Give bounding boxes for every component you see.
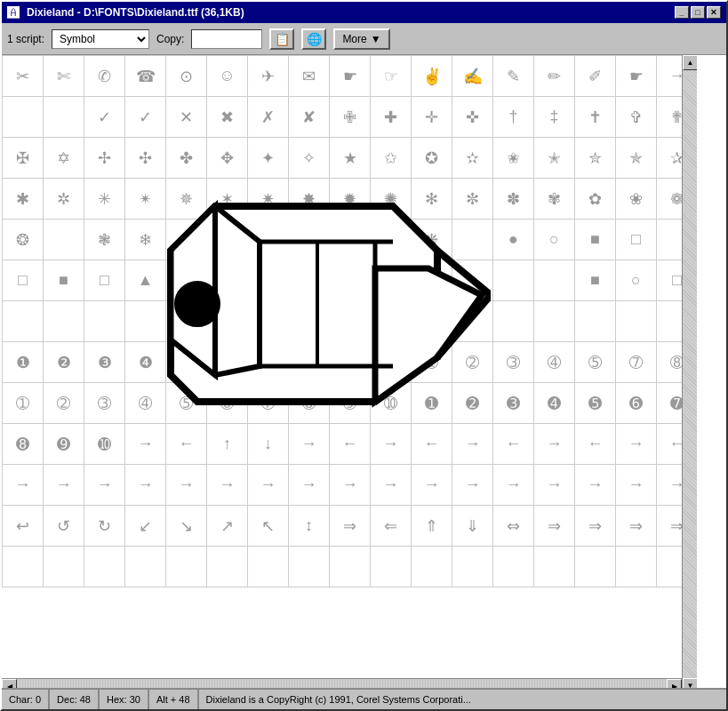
grid-cell[interactable]: ✐ [575, 56, 616, 97]
grid-cell[interactable]: ↺ [44, 506, 84, 547]
grid-cell[interactable]: ❂ [3, 220, 44, 260]
grid-cell[interactable]: ✉ [289, 56, 330, 97]
grid-cell[interactable]: ➒ [44, 424, 84, 465]
scroll-down-button[interactable]: ▼ [683, 678, 697, 688]
grid-cell[interactable]: ✣ [125, 138, 166, 179]
grid-cell[interactable]: ↑ [207, 424, 248, 465]
grid-cell[interactable] [3, 97, 44, 138]
copy-button[interactable]: 📋 [269, 28, 294, 50]
grid-cell[interactable]: ❼ [248, 342, 289, 383]
grid-cell[interactable]: ➍ [534, 383, 575, 424]
grid-cell[interactable] [84, 547, 125, 587]
close-button[interactable]: ✕ [707, 6, 721, 19]
grid-cell[interactable]: ✾ [534, 179, 575, 220]
grid-cell[interactable] [616, 301, 657, 342]
horizontal-scrollbar[interactable]: ◀ ▶ [2, 678, 682, 688]
grid-cell[interactable]: ← [166, 424, 207, 465]
grid-cell[interactable]: ❆ [207, 220, 248, 260]
grid-cell[interactable]: ❝ [371, 260, 412, 301]
grid-cell[interactable]: ✖ [207, 97, 248, 138]
grid-cell[interactable]: → [289, 465, 330, 506]
grid-cell[interactable]: □ [616, 220, 657, 260]
grid-cell[interactable]: ➁ [452, 342, 493, 383]
grid-cell[interactable]: † [493, 97, 534, 138]
grid-cell[interactable]: ✴ [125, 179, 166, 220]
vertical-scrollbar[interactable]: ▲ ▼ [682, 55, 697, 688]
grid-cell[interactable] [493, 547, 534, 587]
grid-cell[interactable] [330, 547, 371, 587]
grid-cell[interactable]: ✛ [412, 97, 452, 138]
grid-cell[interactable]: ☞ [371, 56, 412, 97]
more-button[interactable]: More ▼ [333, 28, 389, 50]
grid-cell[interactable]: ❸ [84, 342, 125, 383]
grid-cell[interactable]: ‡ [534, 97, 575, 138]
grid-cell[interactable]: ← [575, 424, 616, 465]
grid-cell[interactable]: ❹ [125, 342, 166, 383]
grid-cell[interactable]: ✽ [493, 179, 534, 220]
grid-cell[interactable]: ✙ [330, 97, 371, 138]
grid-cell[interactable]: ✭ [534, 138, 575, 179]
grid-cell[interactable]: ⇓ [452, 506, 493, 547]
grid-cell[interactable]: ✌ [412, 56, 452, 97]
grid-cell[interactable]: □ [3, 260, 44, 301]
grid-cell[interactable]: → [371, 465, 412, 506]
grid-cell[interactable]: ➆ [248, 383, 289, 424]
grid-cell[interactable]: ☎ [125, 56, 166, 97]
grid-cell[interactable]: ➀ [412, 342, 452, 383]
grid-cell[interactable]: ✠ [3, 138, 44, 179]
grid-cell[interactable]: ✸ [289, 179, 330, 220]
grid-cell[interactable]: ✼ [452, 179, 493, 220]
grid-cell[interactable]: → [3, 465, 44, 506]
grid-cell[interactable] [289, 260, 330, 301]
grid-cell[interactable]: ➀ [3, 383, 44, 424]
grid-cell[interactable]: ✬ [493, 138, 534, 179]
grid-cell[interactable]: ■ [575, 220, 616, 260]
grid-cell[interactable]: ❃ [84, 220, 125, 260]
grid-cell[interactable]: ➅ [207, 383, 248, 424]
grid-cell[interactable]: ➄ [575, 342, 616, 383]
minimize-button[interactable]: _ [675, 6, 689, 19]
grid-cell[interactable]: → [575, 465, 616, 506]
grid-cell[interactable]: ❾ [330, 342, 371, 383]
grid-cell[interactable]: ❶ [3, 342, 44, 383]
grid-cell[interactable]: → [412, 465, 452, 506]
grid-cell[interactable]: ✢ [84, 138, 125, 179]
grid-cell[interactable] [534, 260, 575, 301]
grid-cell[interactable]: → [452, 465, 493, 506]
grid-cell[interactable]: ✎ [493, 56, 534, 97]
grid-cell[interactable]: ➏ [616, 383, 657, 424]
grid-cell[interactable]: ↖ [248, 506, 289, 547]
grid-cell[interactable]: ✪ [412, 138, 452, 179]
grid-cell[interactable]: ↻ [84, 506, 125, 547]
grid-cell[interactable] [534, 547, 575, 587]
grid-cell[interactable]: ● [493, 220, 534, 260]
grid-cell[interactable]: ✍ [452, 56, 493, 97]
grid-cell[interactable]: ✚ [371, 97, 412, 138]
grid-cell[interactable]: ✮ [575, 138, 616, 179]
grid-cell[interactable]: ❄ [125, 220, 166, 260]
grid-cell[interactable]: ✘ [289, 97, 330, 138]
grid-cell[interactable]: ❅ [166, 220, 207, 260]
grid-cell[interactable]: ❇ [248, 220, 289, 260]
grid-cell[interactable]: ▼ [166, 260, 207, 301]
grid-cell[interactable]: ✱ [3, 179, 44, 220]
grid-cell[interactable]: ✡ [44, 138, 84, 179]
grid-cell[interactable]: ➄ [166, 383, 207, 424]
grid-cell[interactable]: ❈ [289, 220, 330, 260]
grid-cell[interactable]: ✧ [289, 138, 330, 179]
grid-cell[interactable] [125, 547, 166, 587]
maximize-button[interactable]: □ [691, 6, 705, 19]
scroll-right-button[interactable]: ▶ [667, 679, 682, 688]
grid-cell[interactable]: → [493, 465, 534, 506]
scroll-up-button[interactable]: ▲ [683, 55, 697, 70]
grid-cell[interactable]: ➌ [493, 383, 534, 424]
grid-cell[interactable]: ⇔ [493, 506, 534, 547]
grid-cell[interactable] [289, 301, 330, 342]
grid-cell[interactable]: ✯ [616, 138, 657, 179]
grid-cell[interactable]: ✵ [166, 179, 207, 220]
grid-cell[interactable]: ⇑ [412, 506, 452, 547]
grid-cell[interactable]: ⇒ [534, 506, 575, 547]
grid-cell[interactable]: ✦ [248, 138, 289, 179]
grid-cell[interactable] [575, 547, 616, 587]
grid-cell[interactable]: ✞ [616, 97, 657, 138]
